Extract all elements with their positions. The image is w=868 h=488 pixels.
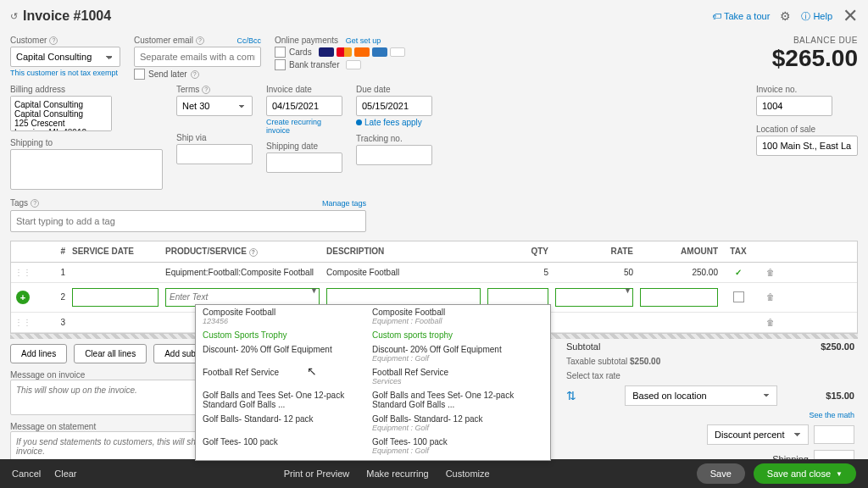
chevron-down-icon[interactable]: ▼: [624, 286, 632, 295]
product-dropdown[interactable]: Composite Football123456Composite Footba…: [195, 304, 551, 461]
customer-label: Customer?: [10, 36, 120, 45]
add-row-icon[interactable]: +: [16, 291, 30, 304]
help-link[interactable]: ⓘ Help: [801, 10, 832, 23]
tracking-input[interactable]: [356, 145, 432, 165]
help-icon[interactable]: ?: [202, 86, 210, 94]
recurring-link[interactable]: Create recurring invoice: [266, 118, 342, 135]
dropdown-item[interactable]: Composite Football123456Composite Footba…: [196, 305, 550, 328]
shipdate-input[interactable]: [266, 152, 342, 173]
tax-check-icon[interactable]: ✓: [721, 263, 755, 282]
subtotal-value: $250.00: [821, 341, 854, 352]
tax-amount: $15.00: [826, 391, 854, 401]
dropdown-item[interactable]: Discount- 20% Off Golf EquipmentDiscount…: [196, 342, 550, 365]
location-label: Location of sale: [756, 125, 858, 134]
trash-icon[interactable]: 🗑: [755, 263, 786, 282]
dropdown-item[interactable]: Golf Balls and Tees Set- One 12-pack Sta…: [196, 388, 550, 412]
terms-select[interactable]: Net 30: [176, 96, 253, 116]
drag-handle-icon[interactable]: ⋮⋮: [11, 313, 35, 332]
shipto-label: Shipping to: [10, 138, 163, 147]
shipvia-label: Ship via: [176, 133, 253, 142]
row-num: 2: [35, 287, 69, 307]
history-icon: ↺: [10, 11, 18, 22]
col-num: #: [35, 241, 69, 261]
print-button[interactable]: Print or Preview: [284, 469, 350, 479]
terms-label: Terms?: [176, 85, 253, 94]
latefee-link[interactable]: Late fees apply: [356, 118, 432, 127]
bank-checkbox[interactable]: [275, 59, 286, 70]
col-servicedate: SERVICE DATE: [69, 241, 162, 261]
row-rate[interactable]: 50: [552, 263, 637, 282]
invoiceno-input[interactable]: [756, 96, 832, 116]
take-tour-link[interactable]: 🏷 Take a tour: [712, 11, 770, 21]
email-input[interactable]: [134, 47, 261, 67]
cards-checkbox[interactable]: [275, 47, 286, 58]
invoiceno-label: Invoice no.: [756, 85, 832, 94]
recurring-button[interactable]: Make recurring: [366, 469, 428, 479]
help-icon[interactable]: ?: [31, 199, 39, 208]
col-product: PRODUCT/SERVICE ?: [162, 241, 323, 262]
location-input[interactable]: [756, 136, 858, 156]
discount-input[interactable]: [814, 425, 854, 444]
help-icon[interactable]: ?: [49, 36, 58, 45]
row-desc[interactable]: Composite Football: [323, 263, 484, 282]
shipto-textarea[interactable]: [10, 149, 163, 190]
customer-select[interactable]: Capital Consulting: [10, 47, 120, 67]
row-amount[interactable]: 250.00: [637, 263, 721, 282]
rate-input[interactable]: [555, 288, 633, 307]
duedate-input[interactable]: [356, 96, 432, 116]
save-button[interactable]: Save: [697, 463, 745, 484]
tags-input[interactable]: [10, 210, 366, 232]
trash-icon[interactable]: 🗑: [755, 313, 786, 332]
billing-textarea[interactable]: Capital Consulting Capital Consulting 12…: [10, 96, 112, 131]
save-close-button[interactable]: Save and close▼: [754, 463, 856, 484]
drag-handle-icon[interactable]: ⋮⋮: [11, 263, 35, 282]
sendlater-checkbox[interactable]: [134, 69, 145, 80]
tracking-label: Tracking no.: [356, 134, 432, 143]
bank-label: Bank transfer: [289, 60, 339, 69]
help-icon[interactable]: ?: [196, 36, 204, 45]
invoicedate-label: Invoice date: [266, 85, 342, 94]
chevron-down-icon[interactable]: ▼: [836, 470, 843, 478]
gear-icon[interactable]: ⚙: [780, 9, 791, 23]
servicedate-input[interactable]: [72, 288, 159, 307]
taxrate-select[interactable]: Based on location: [625, 385, 777, 406]
customer-exempt-link[interactable]: This customer is not tax exempt: [10, 69, 120, 77]
sort-icon[interactable]: ⇅: [566, 389, 576, 402]
clear-lines-button[interactable]: Clear all lines: [74, 344, 147, 363]
help-icon[interactable]: ?: [249, 248, 258, 257]
bank-icon: [346, 60, 361, 69]
dropdown-item[interactable]: Custom Sports TrophyCustom sports trophy: [196, 328, 550, 342]
add-lines-button[interactable]: Add lines: [10, 344, 67, 363]
shipdate-label: Shipping date: [266, 141, 342, 151]
email-label: Customer email: [134, 36, 193, 45]
col-desc: DESCRIPTION: [323, 241, 484, 261]
customize-button[interactable]: Customize: [446, 469, 490, 479]
invoicedate-input[interactable]: [266, 96, 342, 116]
clear-button[interactable]: Clear: [54, 469, 76, 479]
dropdown-item[interactable]: Football Ref ServiceFootball Ref Service…: [196, 365, 550, 388]
amount-input[interactable]: [640, 288, 718, 307]
tags-label: Tags: [10, 198, 28, 208]
tax-checkbox[interactable]: [733, 291, 744, 302]
seemath-link[interactable]: See the math: [809, 411, 854, 419]
cards-label: Cards: [289, 47, 312, 57]
trash-icon[interactable]: 🗑: [755, 287, 786, 307]
discount-select[interactable]: Discount percent: [707, 424, 809, 445]
dropdown-item[interactable]: Hooded Sweatshirt- One size- BlackHooded…: [196, 458, 550, 461]
help-icon[interactable]: ?: [191, 70, 199, 79]
cancel-button[interactable]: Cancel: [12, 469, 41, 479]
col-tax: TAX: [721, 241, 755, 261]
shipvia-input[interactable]: [176, 144, 253, 164]
row-num: 1: [35, 263, 69, 282]
ccbcc-link[interactable]: Cc/Bcc: [236, 36, 261, 45]
close-icon[interactable]: ✕: [843, 5, 858, 27]
manage-tags-link[interactable]: Manage tags: [322, 199, 366, 208]
payments-setup-link[interactable]: Get set up: [346, 36, 381, 45]
chevron-down-icon[interactable]: ▼: [310, 286, 318, 295]
row-qty[interactable]: 5: [484, 263, 552, 282]
dropdown-item[interactable]: Golf Tees- 100 packGolf Tees- 100 packEq…: [196, 435, 550, 458]
dropdown-item[interactable]: Golf Balls- Standard- 12 packGolf Balls-…: [196, 412, 550, 435]
row-product[interactable]: Equipment:Football:Composite Football: [162, 263, 323, 282]
cursor-icon: ↖: [307, 364, 317, 378]
col-rate: RATE: [552, 241, 637, 261]
